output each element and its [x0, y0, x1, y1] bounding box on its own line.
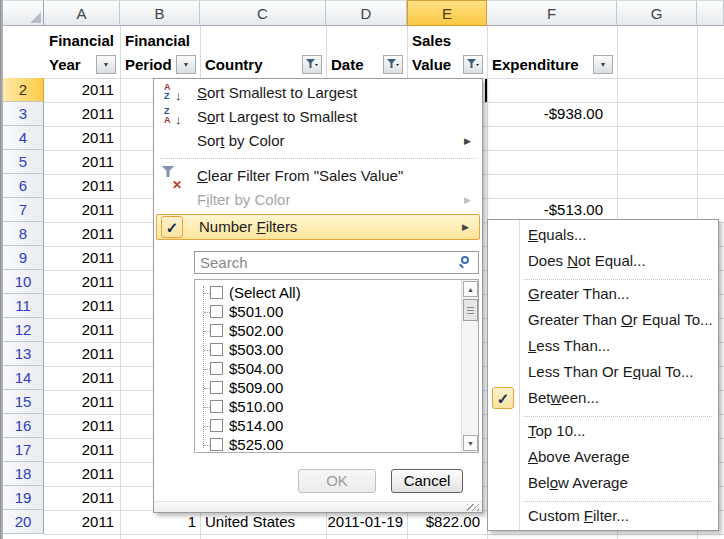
row-header-2[interactable]: 2	[3, 78, 44, 102]
menu-item-sort-largest-to-smallest[interactable]: ZA↓Sort Largest to Smallest	[155, 105, 481, 129]
filter-active-button-e-open[interactable]	[463, 55, 483, 74]
row-header-5[interactable]: 5	[3, 150, 44, 174]
filter-value-525-00[interactable]: $525.00	[195, 436, 478, 453]
scrollbar-thumb[interactable]	[463, 299, 478, 321]
row-header-18[interactable]: 18	[3, 462, 44, 486]
cell-E1-header[interactable]: Sales Value	[407, 26, 487, 78]
menu-item-number-filters[interactable]: ✓Number Filters▶	[156, 214, 480, 240]
filter-value-504-00[interactable]: $504.00	[195, 360, 478, 379]
row-header-16[interactable]: 16	[3, 414, 44, 438]
menu-item-sort-smallest-to-largest[interactable]: AZ↓Sort Smallest to Largest	[155, 81, 481, 105]
cell-A16[interactable]: 2011	[44, 414, 120, 438]
cell-A13[interactable]: 2011	[44, 342, 120, 366]
cell-B20[interactable]: 1	[120, 510, 200, 534]
submenu-item-top-10[interactable]: Top 10...	[488, 418, 718, 444]
cell-A14[interactable]: 2011	[44, 366, 120, 390]
cell-B1-header[interactable]: Financial Period ▼	[120, 26, 200, 78]
checkbox-unchecked[interactable]	[210, 286, 223, 299]
row-header-6[interactable]: 6	[3, 174, 44, 198]
row-header-10[interactable]: 10	[3, 270, 44, 294]
submenu-item-less-than-or-equal-to[interactable]: Less Than Or Equal To...	[488, 359, 718, 385]
submenu-item-greater-than-or-equal-to[interactable]: Greater Than Or Equal To...	[488, 307, 718, 333]
checkbox-unchecked[interactable]	[210, 305, 223, 318]
cell-A11[interactable]: 2011	[44, 294, 120, 318]
cell-E20[interactable]: $822.00	[407, 510, 487, 534]
row-header-3[interactable]: 3	[3, 102, 44, 126]
row-header-11[interactable]: 11	[3, 294, 44, 318]
filter-value-501-00[interactable]: $501.00	[195, 303, 478, 322]
filter-dropdown-button-b[interactable]: ▼	[176, 55, 196, 74]
column-header-f[interactable]: F	[487, 0, 617, 26]
cell-A9[interactable]: 2011	[44, 246, 120, 270]
cell-A6[interactable]: 2011	[44, 174, 120, 198]
cell-A19[interactable]: 2011	[44, 486, 120, 510]
filter-value-503-00[interactable]: $503.00	[195, 341, 478, 360]
cell-A18[interactable]: 2011	[44, 462, 120, 486]
submenu-item-below-average[interactable]: Below Average	[488, 470, 718, 496]
cell-A17[interactable]: 2011	[44, 438, 120, 462]
row-header-4[interactable]: 4	[3, 126, 44, 150]
checkbox-unchecked[interactable]	[210, 419, 223, 432]
submenu-item-above-average[interactable]: Above Average	[488, 444, 718, 470]
cell-F1-header[interactable]: Expenditure ▼	[487, 26, 617, 78]
select-all-corner[interactable]	[3, 0, 44, 26]
cell-F3[interactable]: -$938.00	[487, 102, 617, 126]
row-header-12[interactable]: 12	[3, 318, 44, 342]
row-header-8[interactable]: 8	[3, 222, 44, 246]
submenu-item-does-not-equal[interactable]: Does Not Equal...	[488, 248, 718, 274]
checkbox-unchecked[interactable]	[210, 438, 223, 451]
cell-A7[interactable]: 2011	[44, 198, 120, 222]
search-box[interactable]	[194, 251, 479, 274]
filter-dropdown-button-f[interactable]: ▼	[593, 55, 613, 74]
filter-value-502-00[interactable]: $502.00	[195, 322, 478, 341]
cell-A4[interactable]: 2011	[44, 126, 120, 150]
row-header-13[interactable]: 13	[3, 342, 44, 366]
filter-value-509-00[interactable]: $509.00	[195, 379, 478, 398]
scroll-down-icon[interactable]: ▼	[463, 435, 478, 451]
scroll-up-icon[interactable]: ▲	[463, 281, 478, 297]
column-header-e[interactable]: E	[407, 0, 487, 26]
cell-C20[interactable]: United States	[200, 510, 326, 534]
checkbox-unchecked[interactable]	[210, 324, 223, 337]
submenu-item-less-than[interactable]: Less Than...	[488, 333, 718, 359]
submenu-item-equals[interactable]: Equals...	[488, 222, 718, 248]
cell-A3[interactable]: 2011	[44, 102, 120, 126]
cell-C1-header[interactable]: Country	[200, 26, 326, 78]
submenu-item-greater-than[interactable]: Greater Than...	[488, 281, 718, 307]
filter-dropdown-button-a[interactable]: ▼	[96, 55, 116, 74]
filter-value-510-00[interactable]: $510.00	[195, 398, 478, 417]
submenu-item-custom-filter[interactable]: Custom Filter...	[488, 503, 718, 529]
cell-A5[interactable]: 2011	[44, 150, 120, 174]
cell-A2[interactable]: 2011	[44, 78, 120, 102]
row-header-19[interactable]: 19	[3, 486, 44, 510]
cancel-button[interactable]: Cancel	[391, 469, 463, 493]
row-header-15[interactable]: 15	[3, 390, 44, 414]
column-header-g[interactable]: G	[617, 0, 697, 26]
column-header-d[interactable]: D	[326, 0, 407, 26]
row-header-20[interactable]: 20	[3, 510, 44, 534]
column-header-c[interactable]: C	[200, 0, 326, 26]
list-scrollbar[interactable]: ▲ ▼	[461, 280, 478, 452]
filter-value-514-00[interactable]: $514.00	[195, 417, 478, 436]
checkbox-unchecked[interactable]	[210, 362, 223, 375]
checkbox-unchecked[interactable]	[210, 381, 223, 394]
filter-active-button-d[interactable]	[383, 55, 403, 74]
resize-strip[interactable]	[154, 501, 482, 512]
cell-A8[interactable]: 2011	[44, 222, 120, 246]
row-header-17[interactable]: 17	[3, 438, 44, 462]
row-header-14[interactable]: 14	[3, 366, 44, 390]
cell-D1-header[interactable]: Date	[326, 26, 407, 78]
submenu-item-between[interactable]: ✓Between...	[488, 385, 718, 411]
cell-D20[interactable]: 2011-01-19	[326, 510, 407, 534]
menu-item-clear-filter-from-sales-value[interactable]: ✕Clear Filter From "Sales Value"	[155, 164, 481, 188]
column-header-b[interactable]: B	[120, 0, 200, 26]
cell-A10[interactable]: 2011	[44, 270, 120, 294]
filter-value-select-all[interactable]: (Select All)	[195, 284, 478, 303]
search-input[interactable]	[195, 252, 478, 273]
row-header-7[interactable]: 7	[3, 198, 44, 222]
column-header-a[interactable]: A	[44, 0, 120, 26]
filter-active-button-c[interactable]	[302, 55, 322, 74]
cell-A1-header[interactable]: Financial Year ▼	[44, 26, 120, 78]
menu-item-sort-by-color[interactable]: Sort by Color▶	[155, 129, 481, 153]
checkbox-unchecked[interactable]	[210, 343, 223, 356]
